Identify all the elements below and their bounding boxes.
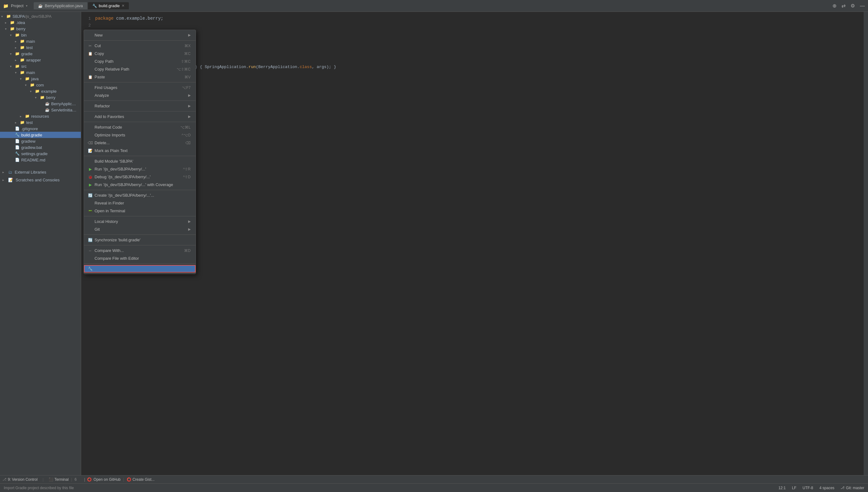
menu-item-synchronize[interactable]: 🔄 Synchronize 'build.gradle' (84, 236, 195, 244)
menu-item-import-gradle[interactable]: 🔧 (84, 265, 195, 273)
menu-label: Reveal in Finder (93, 201, 191, 205)
tab-close-icon[interactable]: ✕ (122, 4, 125, 8)
status-line-ending[interactable]: LF (792, 486, 796, 490)
tree-arrow: ▾ (10, 65, 15, 68)
tree-arrow: ▸ (2, 170, 7, 174)
project-label: Project (11, 3, 23, 8)
sidebar: ▾ 📁 SBJPA /js_dev/SBJPA ▸ 📁 .idea ▾ 📁 be… (0, 12, 81, 483)
tree-java[interactable]: ▾ 📁 java (0, 76, 81, 82)
git-branch-icon: ⎇ (841, 486, 845, 490)
sync-icon[interactable]: ⊕ (833, 3, 837, 9)
status-position[interactable]: 12:1 (779, 486, 786, 490)
status-indent[interactable]: 4 spaces (819, 486, 834, 490)
menu-label: Run '/js_dev/SBJPA/berry/...' (93, 167, 183, 171)
menu-item-copy-path[interactable]: Copy Path ⇧⌘C (84, 57, 195, 65)
tree-idea[interactable]: ▸ 📁 .idea (0, 19, 81, 26)
menu-item-create[interactable]: 🔄 Create '/js_dev/SBJPA/berry/...'... (84, 191, 195, 199)
tree-readme[interactable]: 📄 README.md (0, 157, 81, 163)
tree-berry-application[interactable]: ☕ BerryApplic… (0, 100, 81, 107)
menu-item-analyze[interactable]: Analyze ▶ (84, 92, 195, 99)
tree-gradlew-bat[interactable]: 📄 gradlew.bat (0, 144, 81, 150)
menu-item-copy[interactable]: 📋 Copy ⌘C (84, 50, 195, 57)
editor-line-class: public class BerryApplication { (81, 57, 868, 64)
menu-separator (84, 245, 195, 245)
editor-content: 1 package com.example.berry; 2 3 import … (81, 12, 868, 74)
status-bar-right: 12:1 LF UTF-8 4 spaces ⎇ Git: master (779, 486, 864, 490)
encoding-label: UTF-8 (803, 486, 813, 490)
menu-item-optimize-imports[interactable]: Optimize Imports ^⌥O (84, 131, 195, 139)
settings-icon[interactable]: ⚙ (850, 3, 855, 9)
tree-bin-test[interactable]: ▸ 📁 test (0, 44, 81, 51)
editor-line-main: public static void main(String[] args) {… (81, 64, 868, 71)
tree-com[interactable]: ▾ 📁 com (0, 82, 81, 88)
menu-item-debug[interactable]: 🐞 Debug '/js_dev/SBJPA/berry/...' ^⇧D (84, 173, 195, 181)
minimize-icon[interactable]: — (860, 3, 865, 9)
tree-arrow: ▾ (30, 90, 34, 93)
tree-bin-main[interactable]: ▸ 📁 main (0, 38, 81, 44)
tree-arrow: ▸ (2, 178, 7, 182)
menu-item-compare-with[interactable]: ↔ Compare With... ⌘D (84, 247, 195, 254)
tree-src[interactable]: ▾ 📁 src (0, 63, 81, 69)
menu-label: Paste (93, 75, 184, 79)
tree-arrow: ▾ (1, 15, 6, 18)
menu-item-add-favorites[interactable]: Add to Favorites ▶ (84, 113, 195, 121)
create-gist-label[interactable]: Create Gist... (133, 477, 155, 482)
status-git-branch[interactable]: ⎇ Git: master (841, 486, 864, 490)
tree-settings-gradle[interactable]: 🔧 settings.gradle (0, 150, 81, 157)
tree-gitignore[interactable]: 📄 .gitignore (0, 125, 81, 132)
menu-item-refactor[interactable]: Refactor ▶ (84, 102, 195, 110)
menu-item-cut[interactable]: ✂ Cut ⌘X (84, 42, 195, 50)
tree-example[interactable]: ▾ 📁 example (0, 88, 81, 94)
tab-berry-application[interactable]: ☕ BerryApplication.java (34, 2, 87, 9)
tree-root-sbjpa[interactable]: ▾ 📁 SBJPA /js_dev/SBJPA (0, 13, 81, 19)
menu-label: Analyze (93, 93, 186, 98)
editor-scrollbar[interactable] (864, 12, 868, 483)
tree-arrow: ▸ (15, 40, 19, 43)
status-encoding[interactable]: UTF-8 (803, 486, 813, 490)
tree-berry[interactable]: ▾ 📁 berry (0, 26, 81, 32)
menu-separator (84, 111, 195, 112)
line-code: package com.example.berry; (95, 15, 163, 22)
menu-item-paste[interactable]: 📋 Paste ⌘V (84, 73, 195, 81)
run-coverage-icon: ▶ (87, 182, 93, 187)
tree-label: test (26, 120, 33, 125)
tree-src-main[interactable]: ▾ 📁 main (0, 69, 81, 76)
tree-arrow (40, 102, 44, 105)
menu-item-reveal-finder[interactable]: Reveal in Finder (84, 199, 195, 207)
menu-item-run[interactable]: ▶ Run '/js_dev/SBJPA/berry/...' ^⇧R (84, 165, 195, 173)
menu-item-new[interactable]: New ▶ (84, 31, 195, 39)
java-file-icon: ☕ (44, 101, 50, 106)
menu-item-compare-editor[interactable]: Compare File with Editor (84, 254, 195, 262)
java-file-icon: ☕ (44, 107, 50, 113)
tree-servlet-initializer[interactable]: ☕ ServletInitia… (0, 107, 81, 113)
menu-item-delete[interactable]: ⌫ Delete... ⌫ (84, 139, 195, 147)
tree-build-gradle[interactable]: 🔧 build.gradle (0, 132, 81, 138)
external-libraries-item[interactable]: ▸ 🗂 External Libraries (0, 168, 81, 176)
tree-bin[interactable]: ▾ 📁 bin (0, 32, 81, 38)
menu-item-copy-relative-path[interactable]: Copy Relative Path ⌥⇧⌘C (84, 65, 195, 73)
version-control-label[interactable]: 9: Version Control (8, 477, 37, 482)
context-menu: New ▶ ✂ Cut ⌘X 📋 Copy ⌘C Copy Path ⇧⌘C C… (84, 30, 196, 274)
menu-item-run-coverage[interactable]: ▶ Run '/js_dev/SBJPA/berry/...' with Cov… (84, 181, 195, 189)
menu-item-reformat[interactable]: Reformat Code ⌥⌘L (84, 123, 195, 131)
open-github-label[interactable]: Open on GitHub (94, 477, 121, 482)
tree-resources[interactable]: ▸ 📁 resources (0, 113, 81, 119)
tab-build-gradle[interactable]: 🔧 build.gradle ✕ (88, 2, 129, 9)
tree-gradle[interactable]: ▾ 📁 gradle (0, 51, 81, 57)
scratches-consoles-item[interactable]: ▸ 📝 Scratches and Consoles (0, 176, 81, 183)
menu-item-mark-plain-text[interactable]: 📝 Mark as Plain Text (84, 147, 195, 154)
menu-label: Copy Relative Path (93, 67, 177, 72)
menu-item-local-history[interactable]: Local History ▶ (84, 218, 195, 225)
menu-item-open-terminal[interactable]: 📟 Open in Terminal (84, 207, 195, 215)
menu-item-git[interactable]: Git ▶ (84, 225, 195, 233)
tree-gradlew[interactable]: 📄 gradlew (0, 138, 81, 144)
dropdown-icon[interactable]: ▾ (26, 4, 27, 7)
menu-item-build-module[interactable]: Build Module 'SBJPA' (84, 157, 195, 165)
tree-test[interactable]: ▸ 📁 test (0, 119, 81, 125)
menu-item-find-usages[interactable]: Find Usages ⌥F7 (84, 84, 195, 92)
terminal-label[interactable]: Terminal (55, 477, 69, 482)
tree-wrapper[interactable]: ▸ 📁 wrapper (0, 57, 81, 63)
split-icon[interactable]: ⇄ (841, 3, 845, 9)
plain-text-icon: 📝 (87, 149, 93, 153)
tree-berry-pkg[interactable]: ▾ 📁 berry (0, 94, 81, 100)
